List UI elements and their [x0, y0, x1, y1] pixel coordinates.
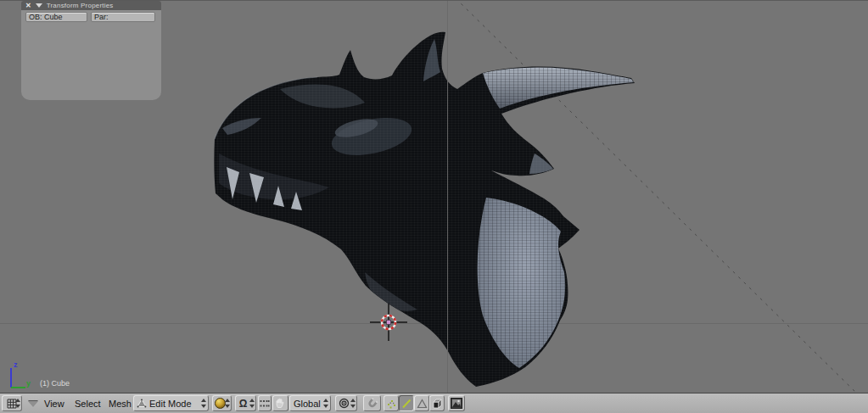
3d-viewport[interactable]: z y (1) Cube ✕ Transform Properties OB: …	[0, 0, 868, 393]
render-preview-icon	[451, 398, 462, 409]
edge-select-icon	[401, 399, 412, 409]
hand-toggle-button[interactable]	[272, 395, 288, 411]
blender-window: z y (1) Cube ✕ Transform Properties OB: …	[0, 0, 868, 413]
axis-z-label: z	[14, 360, 18, 369]
pivot-point-button[interactable]: Ω	[235, 395, 256, 411]
vertex-select-icon	[386, 399, 396, 409]
snap-button[interactable]	[363, 395, 381, 411]
manipulator-button[interactable]	[258, 395, 272, 411]
menu-view[interactable]: View	[44, 393, 64, 413]
editor-type-button[interactable]	[2, 395, 22, 411]
hand-icon	[275, 398, 286, 409]
panel-close-icon[interactable]: ✕	[25, 3, 31, 9]
occlude-geometry-toggle[interactable]	[429, 395, 445, 411]
snap-magnet-icon	[367, 398, 378, 409]
draw-type-stepper[interactable]	[224, 399, 230, 408]
editor-type-stepper[interactable]	[14, 399, 20, 408]
object-info-text: (1) Cube	[40, 379, 70, 388]
view-axis-indicator	[11, 368, 25, 388]
parent-field[interactable]: Par:	[91, 12, 155, 22]
dragon-mesh-model[interactable]	[208, 26, 641, 391]
pivot-stepper[interactable]	[249, 399, 255, 408]
axis-y-label: y	[26, 379, 31, 388]
proportional-edit-button[interactable]	[335, 395, 357, 411]
face-select-toggle[interactable]	[414, 395, 429, 411]
occlude-cube-icon	[431, 398, 443, 410]
orientation-dropdown[interactable]: Global	[289, 395, 331, 411]
edge-select-toggle[interactable]	[399, 395, 414, 411]
viewport-header-bar: View Select Mesh Edit Mode Ω	[0, 393, 868, 413]
proportional-falloff-icon	[339, 398, 350, 409]
render-preview-button[interactable]	[448, 395, 465, 411]
vertex-select-toggle[interactable]	[384, 395, 399, 411]
panel-header[interactable]: ✕ Transform Properties	[21, 1, 161, 10]
menu-select[interactable]: Select	[75, 393, 101, 413]
manipulator-dots-icon	[260, 399, 270, 408]
mode-dropdown-label: Edit Mode	[149, 399, 192, 409]
edit-mode-icon	[137, 399, 147, 408]
header-collapse-icon[interactable]	[28, 401, 38, 407]
pivot-point-icon: Ω	[239, 399, 248, 409]
proportional-stepper[interactable]	[350, 399, 356, 408]
orientation-dropdown-label: Global	[294, 399, 321, 409]
face-select-icon	[417, 399, 428, 409]
panel-collapse-icon[interactable]	[36, 3, 42, 8]
orientation-stepper[interactable]	[322, 399, 328, 408]
mode-dropdown[interactable]: Edit Mode	[133, 395, 209, 411]
ob-name-field[interactable]: OB: Cube	[25, 12, 87, 22]
transform-properties-panel: ✕ Transform Properties OB: Cube Par:	[21, 1, 161, 100]
draw-type-button[interactable]	[212, 395, 232, 411]
panel-title: Transform Properties	[47, 2, 114, 9]
mode-dropdown-stepper[interactable]	[200, 399, 206, 408]
menu-mesh[interactable]: Mesh	[109, 393, 132, 413]
